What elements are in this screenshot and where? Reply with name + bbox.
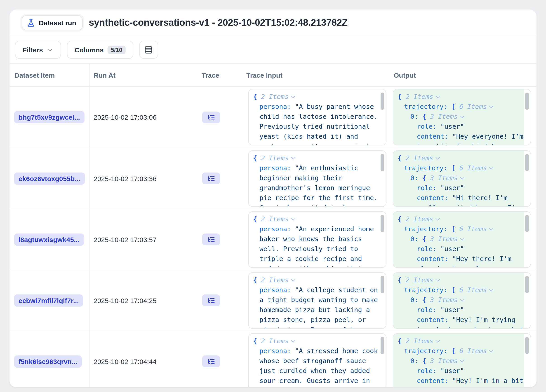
scrollbar-track[interactable] [524,89,531,145]
scrollbar-thumb[interactable] [525,337,529,354]
toolbar: Filters Columns 5/10 [9,36,537,63]
columns-button-label: Columns [75,46,104,54]
scrollbar-thumb[interactable] [525,154,529,171]
collapse-toggle[interactable]: 2 Items [406,337,439,345]
items-count-label: 2 Items [406,337,433,345]
scrollbar-track[interactable] [524,212,531,267]
trace-button[interactable] [202,111,220,123]
collapse-toggle[interactable]: 2 Items [261,93,294,100]
open-brace [398,337,406,345]
page-title: synthetic-conversations-v1 - 2025-10-02T… [89,17,348,28]
trace-button[interactable] [202,172,220,184]
collapse-toggle[interactable]: 3 Items [430,174,463,182]
trace-input-preview[interactable]: 2 Items persona"A busy parent whose chil… [248,89,386,145]
collapse-toggle[interactable]: 2 Items [406,93,439,100]
dataset-item-badge[interactable]: eebwi7mfil7lqlf7r... [14,294,83,306]
collapse-toggle[interactable]: 2 Items [406,215,439,223]
trace-button[interactable] [202,355,220,367]
collapse-toggle[interactable]: 3 Items [430,296,463,303]
output-preview[interactable]: 2 Items trajectory6 Items 03 Items role"… [393,333,531,387]
json-key: trajectory [404,164,452,172]
open-brace [253,276,261,284]
scrollbar-thumb[interactable] [381,215,384,232]
collapse-toggle[interactable]: 2 Items [261,154,294,162]
trace-input-cell: 2 Items persona"A college student on a t… [243,270,390,331]
chevron-down-icon [291,277,295,282]
scrollbar-thumb[interactable] [525,93,529,110]
json-key: persona [260,286,295,294]
trace-input-preview[interactable]: 2 Items persona"A college student on a t… [248,272,386,329]
table-row[interactable]: eebwi7mfil7lqlf7r... 2025-10-02 17:04:25… [9,270,537,331]
output-preview[interactable]: 2 Items trajectory6 Items 03 Items role"… [393,211,531,268]
collapse-toggle[interactable]: 6 Items [459,286,493,294]
json-key: persona [260,103,295,110]
output-cell: 2 Items trajectory6 Items 03 Items role"… [390,148,537,209]
scrollbar-track[interactable] [380,89,386,145]
collapse-toggle[interactable]: 3 Items [430,357,463,364]
output-preview[interactable]: 2 Items trajectory6 Items 03 Items role"… [393,150,531,207]
chevron-down-icon [47,47,53,53]
collapse-toggle[interactable]: 2 Items [261,337,294,345]
dataset-run-badge[interactable]: Dataset run [22,15,83,30]
scrollbar-thumb[interactable] [525,215,529,232]
table-row[interactable]: bhg7t5xv9zgwcel... 2025-10-02 17:03:06 2… [9,87,537,148]
collapse-toggle[interactable]: 6 Items [459,164,493,172]
header: Dataset run synthetic-conversations-v1 -… [9,9,537,36]
column-header-dataset-item: Dataset Item [9,64,90,86]
scrollbar-track[interactable] [380,151,386,206]
dataset-item-badge[interactable]: f5nk6lse963qrvn... [14,355,82,367]
table-row[interactable]: ek6oz6vtoxg055b... 2025-10-02 17:03:36 2… [9,148,537,209]
list-tree-icon [207,235,215,243]
scrollbar-thumb[interactable] [381,337,384,354]
json-key: role [417,123,441,130]
table-row[interactable]: l8agtuwxisgwk45... 2025-10-02 17:03:57 2… [9,209,537,270]
output-preview[interactable]: 2 Items trajectory6 Items 03 Items role"… [393,272,531,329]
dataset-item-badge[interactable]: bhg7t5xv9zgwcel... [14,111,84,123]
dataset-item-cell: ek6oz6vtoxg055b... [9,148,90,209]
collapse-toggle[interactable]: 2 Items [406,154,439,162]
open-brace [398,93,406,100]
columns-button[interactable]: Columns 5/10 [67,41,133,59]
trace-cell [198,87,243,148]
scrollbar-thumb[interactable] [525,276,529,293]
items-count-label: 3 Items [430,235,458,242]
table-row[interactable]: f5nk6lse963qrvn... 2025-10-02 17:04:44 2… [9,331,537,387]
json-key: 0 [410,357,422,364]
trace-input-preview[interactable]: 2 Items persona"An enthusiastic beginner… [248,150,386,207]
trace-input-cell: 2 Items persona"An experienced home bake… [243,209,390,270]
collapse-toggle[interactable]: 6 Items [459,103,493,110]
collapse-toggle[interactable]: 6 Items [459,347,493,354]
scrollbar-track[interactable] [380,334,386,387]
scrollbar-thumb[interactable] [381,93,384,110]
dataset-item-badge[interactable]: l8agtuwxisgwk45... [14,233,84,246]
scrollbar-track[interactable] [380,273,386,328]
trace-button[interactable] [202,294,220,306]
scrollbar-thumb[interactable] [381,276,384,293]
trace-input-preview[interactable]: 2 Items persona"An experienced home bake… [248,211,386,268]
open-brace [253,93,261,100]
run-at-value: 2025-10-02 17:04:44 [94,357,157,365]
dataset-item-badge[interactable]: ek6oz6vtoxg055b... [14,172,85,184]
json-key: persona [260,225,295,233]
items-count-label: 2 Items [261,337,289,345]
chevron-down-icon [435,155,440,160]
collapse-toggle[interactable]: 3 Items [430,235,463,242]
column-header-run-at: Run At [90,64,198,86]
collapse-toggle[interactable]: 2 Items [261,276,294,284]
output-preview[interactable]: 2 Items trajectory6 Items 03 Items role"… [393,89,531,145]
scrollbar-track[interactable] [524,273,531,328]
collapse-toggle[interactable]: 2 Items [406,276,439,284]
scrollbar-track[interactable] [524,151,531,206]
trace-input-preview[interactable]: 2 Items persona"A stressed home cook who… [248,333,386,387]
scrollbar-track[interactable] [380,212,386,267]
filters-button[interactable]: Filters [15,41,61,59]
trace-button[interactable] [202,234,220,245]
collapse-toggle[interactable]: 2 Items [261,215,294,223]
row-height-button[interactable] [139,41,158,59]
scrollbar-track[interactable] [524,334,531,387]
items-count-label: 6 Items [459,164,487,172]
collapse-toggle[interactable]: 6 Items [459,225,493,233]
items-count-label: 2 Items [261,93,289,100]
scrollbar-thumb[interactable] [381,154,384,171]
collapse-toggle[interactable]: 3 Items [430,113,463,120]
